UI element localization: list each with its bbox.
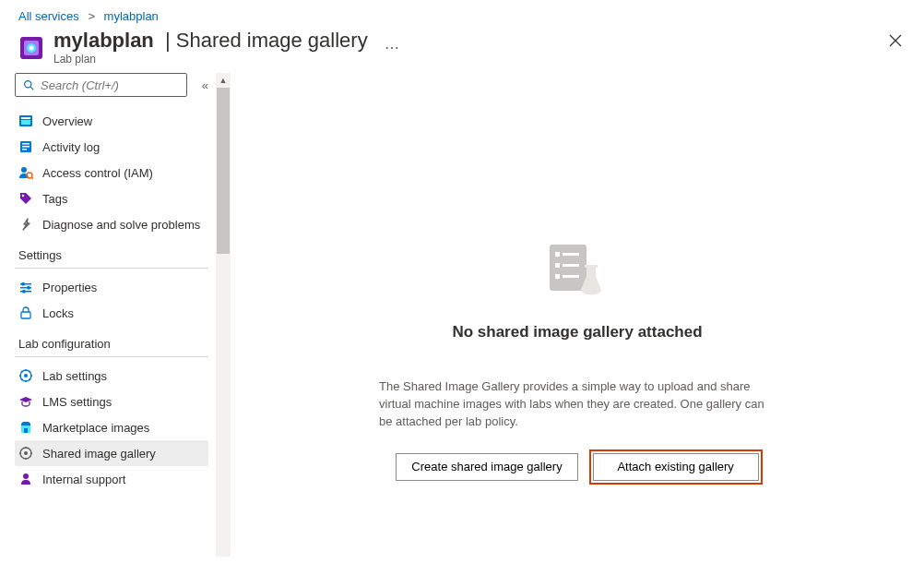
svg-rect-7 xyxy=(21,120,30,125)
scroll-up-icon[interactable]: ▲ xyxy=(216,73,231,88)
sidebar-item-access-control[interactable]: Access control (IAM) xyxy=(15,160,208,186)
collapse-sidebar-icon[interactable]: « xyxy=(202,78,208,92)
svg-rect-11 xyxy=(22,149,27,150)
scrollbar-thumb[interactable] xyxy=(217,88,230,254)
sidebar-item-internal-support[interactable]: Internal support xyxy=(15,466,208,492)
sidebar-section-settings: Settings xyxy=(15,237,208,266)
svg-point-3 xyxy=(30,46,34,51)
access-control-icon xyxy=(18,165,33,180)
sidebar-item-label: Locks xyxy=(42,306,74,320)
marketplace-icon xyxy=(18,420,33,435)
svg-point-20 xyxy=(22,290,26,293)
svg-point-28 xyxy=(23,473,29,479)
svg-point-27 xyxy=(24,451,28,455)
sidebar-item-locks[interactable]: Locks xyxy=(15,300,208,326)
graduation-cap-icon xyxy=(18,394,33,409)
svg-point-23 xyxy=(24,374,28,377)
sidebar-item-marketplace[interactable]: Marketplace images xyxy=(15,414,208,440)
sidebar-item-label: LMS settings xyxy=(42,395,112,409)
breadcrumb: All services > mylabplan xyxy=(0,0,924,29)
properties-icon xyxy=(18,280,33,294)
search-icon xyxy=(23,79,35,91)
svg-rect-25 xyxy=(24,428,28,433)
gear-icon xyxy=(18,368,33,383)
empty-state-title: No shared image gallery attached xyxy=(452,323,702,341)
sidebar-item-overview[interactable]: Overview xyxy=(15,108,208,134)
svg-point-19 xyxy=(27,286,30,290)
svg-rect-31 xyxy=(563,253,579,256)
tags-icon xyxy=(18,191,33,206)
sidebar-item-label: Shared image gallery xyxy=(42,447,156,461)
svg-rect-10 xyxy=(22,146,30,148)
sidebar-item-label: Marketplace images xyxy=(42,421,149,435)
main-content: No shared image gallery attached The Sha… xyxy=(231,73,924,557)
sidebar-item-label: Properties xyxy=(42,281,97,294)
svg-rect-34 xyxy=(555,274,560,279)
svg-rect-32 xyxy=(555,263,560,268)
support-icon xyxy=(18,472,33,486)
sidebar-item-label: Internal support xyxy=(42,473,125,486)
sidebar: « Overview Activity log Access control (… xyxy=(15,73,208,557)
chevron-right-icon: > xyxy=(88,9,95,23)
sidebar-item-tags[interactable]: Tags xyxy=(15,186,208,211)
svg-point-12 xyxy=(21,167,27,173)
sidebar-item-activity-log[interactable]: Activity log xyxy=(15,134,208,160)
svg-rect-21 xyxy=(21,312,30,318)
svg-rect-6 xyxy=(21,117,30,119)
create-shared-image-gallery-button[interactable]: Create shared image gallery xyxy=(396,453,577,481)
svg-rect-33 xyxy=(563,264,579,267)
diagnose-icon xyxy=(18,217,33,232)
divider xyxy=(15,268,208,269)
empty-state-icon xyxy=(540,239,614,306)
breadcrumb-root[interactable]: All services xyxy=(18,9,79,23)
sidebar-item-properties[interactable]: Properties xyxy=(15,274,208,300)
sidebar-item-label: Lab settings xyxy=(42,369,107,383)
sidebar-item-diagnose[interactable]: Diagnose and solve problems xyxy=(15,211,208,237)
title-bar: mylabplan | Shared image gallery Lab pla… xyxy=(0,29,924,73)
breadcrumb-current[interactable]: mylabplan xyxy=(104,9,159,23)
attach-existing-gallery-button[interactable]: Attach existing gallery xyxy=(593,453,759,481)
sidebar-item-label: Activity log xyxy=(42,140,100,154)
empty-state-description: The Shared Image Gallery provides a simp… xyxy=(379,378,776,431)
svg-rect-9 xyxy=(22,143,30,145)
resource-icon xyxy=(18,35,44,61)
scrollbar[interactable]: ▲ xyxy=(216,73,231,557)
svg-rect-17 xyxy=(20,291,31,293)
sidebar-item-label: Overview xyxy=(42,114,92,128)
svg-point-14 xyxy=(22,195,24,197)
lock-icon xyxy=(18,305,33,320)
svg-point-18 xyxy=(21,282,25,286)
svg-rect-35 xyxy=(563,275,579,278)
sidebar-item-lms-settings[interactable]: LMS settings xyxy=(15,389,208,414)
sidebar-item-label: Tags xyxy=(42,192,67,206)
close-icon[interactable] xyxy=(889,34,902,51)
sidebar-item-label: Access control (IAM) xyxy=(42,166,153,180)
divider xyxy=(15,356,208,357)
activity-log-icon xyxy=(18,139,33,154)
overview-icon xyxy=(18,114,33,128)
svg-rect-36 xyxy=(585,265,598,268)
svg-rect-30 xyxy=(555,252,560,257)
sidebar-item-shared-image-gallery[interactable]: Shared image gallery xyxy=(15,440,208,466)
more-icon[interactable]: ⋯ xyxy=(385,39,399,56)
sidebar-item-lab-settings[interactable]: Lab settings xyxy=(15,363,208,389)
sidebar-item-label: Diagnose and solve problems xyxy=(42,218,200,232)
sidebar-section-lab-config: Lab configuration xyxy=(15,326,208,354)
page-subtitle: Lab plan xyxy=(53,53,368,66)
svg-point-4 xyxy=(25,80,31,87)
search-input[interactable] xyxy=(15,73,187,97)
shared-image-gallery-icon xyxy=(18,446,33,461)
page-title: mylabplan | Shared image gallery xyxy=(53,29,368,53)
